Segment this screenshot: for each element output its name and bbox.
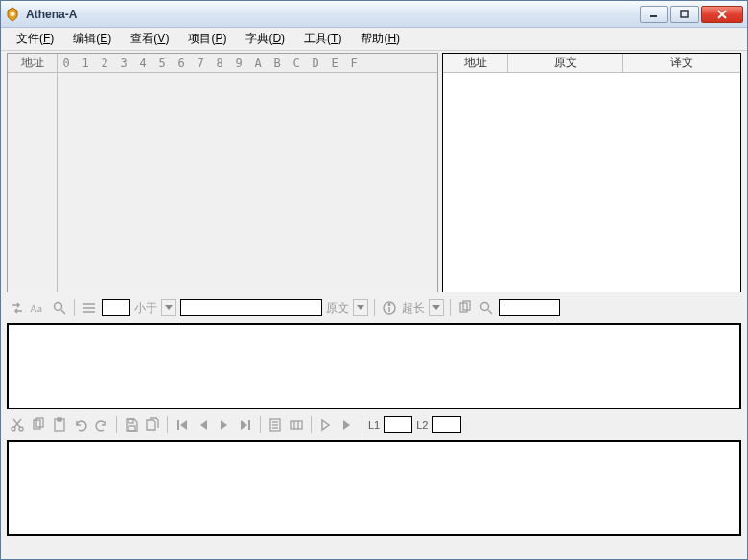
overlong-dropdown[interactable] — [429, 299, 444, 316]
lessthan-label: 小于 — [134, 300, 157, 316]
svg-rect-34 — [291, 421, 302, 429]
menu-dict[interactable]: 字典(D) — [236, 28, 294, 50]
info-icon[interactable] — [381, 299, 398, 316]
edit-toolbar: L1 L2 — [7, 413, 741, 436]
search-icon[interactable] — [51, 299, 68, 316]
app-icon — [5, 7, 20, 22]
maximize-button[interactable] — [670, 6, 699, 23]
trans-col-source[interactable]: 原文 — [508, 54, 623, 72]
prev-icon[interactable] — [195, 416, 212, 433]
translation-list[interactable] — [443, 73, 740, 292]
undo-icon[interactable] — [72, 416, 89, 433]
saveall-icon[interactable] — [144, 416, 161, 433]
window-controls — [640, 6, 743, 23]
source-dropdown[interactable] — [353, 299, 368, 316]
source-label: 原文 — [326, 300, 349, 316]
hex-header: 地址 0123456789ABCDEF — [8, 54, 437, 73]
titlebar: Athena-A — [1, 1, 747, 28]
play-solid-icon[interactable] — [339, 416, 356, 433]
swap-icon[interactable] — [9, 299, 26, 316]
filter-text-input[interactable] — [180, 299, 322, 316]
doc-icon[interactable] — [267, 416, 284, 433]
l1-label: L1 — [368, 419, 380, 431]
svg-rect-25 — [58, 418, 61, 421]
trans-col-target[interactable]: 译文 — [623, 54, 740, 72]
close-button[interactable] — [701, 6, 743, 23]
first-icon[interactable] — [174, 416, 191, 433]
search-input[interactable] — [499, 299, 560, 316]
next-icon[interactable] — [216, 416, 233, 433]
menu-project[interactable]: 项目(P) — [178, 28, 236, 50]
svg-point-16 — [481, 303, 489, 311]
menu-file[interactable]: 文件(F) — [7, 28, 63, 50]
search-small-icon[interactable] — [478, 299, 495, 316]
menubar: 文件(F) 编辑(E) 查看(V) 项目(P) 字典(D) 工具(T) 帮助(H… — [1, 28, 747, 51]
translation-header: 地址 原文 译文 — [443, 54, 740, 73]
grid-icon[interactable] — [288, 416, 305, 433]
hex-address-header: 地址 — [8, 54, 58, 72]
hex-address-column — [8, 73, 58, 292]
copy-small-icon[interactable] — [456, 299, 474, 316]
trans-col-address[interactable]: 地址 — [443, 54, 508, 72]
list-icon[interactable] — [81, 299, 98, 316]
cut-icon[interactable] — [9, 416, 26, 433]
svg-point-6 — [55, 303, 62, 311]
svg-rect-2 — [681, 11, 688, 17]
l2-label: L2 — [416, 419, 428, 431]
svg-rect-27 — [129, 426, 135, 431]
svg-text:Aa: Aa — [30, 302, 42, 314]
app-window: Athena-A 文件(F) 编辑(E) 查看(V) 项目(P) 字典(D) 工… — [0, 0, 748, 560]
hex-body[interactable] — [8, 73, 437, 292]
window-title: Athena-A — [26, 8, 640, 21]
save-icon[interactable] — [123, 416, 140, 433]
svg-rect-29 — [248, 420, 250, 430]
filter-toolbar: Aa 小于 原文 超长 — [7, 296, 741, 319]
copy-icon[interactable] — [30, 416, 47, 433]
l2-input[interactable] — [432, 416, 461, 433]
svg-line-20 — [14, 419, 21, 428]
menu-edit[interactable]: 编辑(E) — [63, 28, 121, 50]
menu-tools[interactable]: 工具(T) — [294, 28, 351, 50]
target-text-panel[interactable] — [7, 440, 741, 536]
source-text-panel[interactable] — [7, 323, 741, 409]
lessthan-dropdown[interactable] — [161, 299, 176, 316]
svg-point-0 — [11, 12, 15, 16]
menu-view[interactable]: 查看(V) — [121, 28, 178, 50]
l1-input[interactable] — [384, 416, 412, 433]
minimize-button[interactable] — [640, 6, 668, 23]
hex-panel: 地址 0123456789ABCDEF — [7, 53, 438, 292]
hex-columns-header: 0123456789ABCDEF — [58, 54, 437, 72]
svg-line-21 — [13, 419, 20, 428]
play-icon[interactable] — [317, 416, 335, 433]
svg-rect-26 — [129, 419, 133, 423]
case-icon[interactable]: Aa — [30, 299, 47, 316]
svg-line-7 — [61, 310, 65, 314]
redo-icon[interactable] — [93, 416, 110, 433]
svg-rect-28 — [177, 420, 179, 430]
filter-value-input[interactable] — [102, 299, 130, 316]
menu-help[interactable]: 帮助(H) — [351, 28, 409, 50]
svg-point-13 — [388, 304, 390, 306]
svg-line-17 — [488, 310, 492, 314]
translation-panel: 地址 原文 译文 — [442, 53, 741, 292]
paste-icon[interactable] — [51, 416, 68, 433]
overlong-label: 超长 — [402, 300, 425, 316]
last-icon[interactable] — [237, 416, 254, 433]
